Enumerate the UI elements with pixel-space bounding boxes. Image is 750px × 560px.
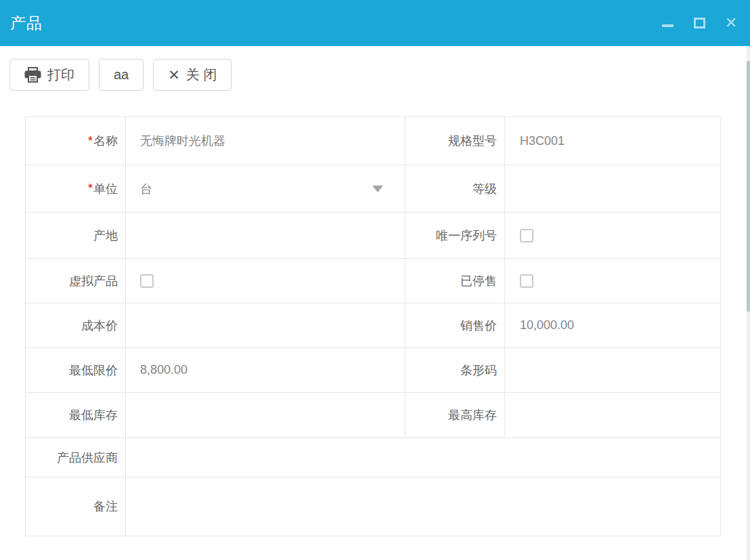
close-button-label: 关 闭 <box>186 66 217 84</box>
cost-price-input[interactable] <box>126 303 405 347</box>
toolbar: 打印 aa ✕ 关 闭 <box>9 59 231 91</box>
printer-icon <box>24 67 41 83</box>
close-window-button[interactable]: ✕ <box>724 16 738 30</box>
required-asterisk: * <box>88 134 93 148</box>
remark-textarea[interactable] <box>126 477 720 536</box>
form-row: * 单位 台 等级 <box>26 165 720 212</box>
supplier-input[interactable] <box>126 438 720 477</box>
unique-serial-checkbox[interactable] <box>520 229 533 242</box>
form-row: 成本价 销售价 10,000.00 <box>26 303 720 347</box>
field-label-sale-price: 销售价 <box>405 303 505 347</box>
form-row: 产品供应商 <box>26 437 720 477</box>
grade-input[interactable] <box>505 165 720 212</box>
dropdown-arrow-icon <box>372 186 383 192</box>
close-form-button[interactable]: ✕ 关 闭 <box>153 59 231 91</box>
field-label-cost-price: 成本价 <box>26 303 126 347</box>
field-label-discontinued: 已停售 <box>405 259 505 303</box>
form-row: 最低限价 8,800.00 条形码 <box>26 347 720 392</box>
field-label-min-price: 最低限价 <box>26 348 126 392</box>
min-stock-input[interactable] <box>126 393 405 437</box>
min-price-input[interactable]: 8,800.00 <box>126 348 405 392</box>
maximize-button[interactable] <box>692 16 706 30</box>
field-label-spec: 规格型号 <box>405 117 505 165</box>
discontinued-cell <box>505 259 720 303</box>
field-label-max-stock: 最高库存 <box>405 393 505 437</box>
max-stock-input[interactable] <box>505 393 720 437</box>
form-row: 虚拟产品 已停售 <box>26 258 720 303</box>
print-button-label: 打印 <box>47 66 74 84</box>
maximize-icon <box>694 18 705 28</box>
field-label-name: * 名称 <box>26 117 126 165</box>
minimize-button[interactable] <box>661 16 674 30</box>
window-controls: ✕ <box>661 0 738 46</box>
field-label-remark: 备注 <box>26 477 126 536</box>
form-row: 产地 唯一序列号 <box>26 212 720 258</box>
field-label-virtual-product: 虚拟产品 <box>26 259 126 303</box>
field-label-supplier: 产品供应商 <box>26 438 126 477</box>
discontinued-checkbox[interactable] <box>520 274 533 288</box>
form-row: 备注 <box>26 477 720 536</box>
name-input[interactable]: 无悔牌时光机器 <box>126 117 405 165</box>
field-label-barcode: 条形码 <box>405 348 505 392</box>
dialog-title: 产品 <box>0 13 43 34</box>
field-label-min-stock: 最低库存 <box>26 393 126 437</box>
form-row: 最低库存 最高库存 <box>26 392 720 437</box>
origin-input[interactable] <box>126 213 405 258</box>
sale-price-input[interactable]: 10,000.00 <box>505 303 720 347</box>
unit-select[interactable]: 台 <box>126 165 405 212</box>
dialog-titlebar[interactable]: 产品 ✕ <box>0 0 750 46</box>
print-button[interactable]: 打印 <box>9 59 89 91</box>
field-label-grade: 等级 <box>405 165 505 212</box>
vertical-scrollbar[interactable] <box>747 46 750 560</box>
field-label-unique-serial: 唯一序列号 <box>405 213 505 258</box>
aa-button-label: aa <box>114 67 129 83</box>
minimize-icon <box>662 24 674 27</box>
unit-select-value: 台 <box>140 181 152 197</box>
unique-serial-cell <box>505 213 720 258</box>
barcode-input[interactable] <box>505 348 720 392</box>
virtual-product-checkbox[interactable] <box>140 274 154 288</box>
virtual-product-cell <box>126 259 405 303</box>
aa-button[interactable]: aa <box>99 59 144 91</box>
x-icon: ✕ <box>168 68 180 82</box>
required-asterisk: * <box>88 181 93 196</box>
field-label-unit: * 单位 <box>26 165 126 212</box>
product-dialog: 产品 ✕ 打印 aa <box>0 0 750 560</box>
form-row: * 名称 无悔牌时光机器 规格型号 H3C001 <box>26 117 720 165</box>
scrollbar-thumb[interactable] <box>747 61 750 311</box>
spec-input[interactable]: H3C001 <box>505 117 720 165</box>
field-label-origin: 产地 <box>26 213 126 258</box>
product-form: * 名称 无悔牌时光机器 规格型号 H3C001 * 单位 台 等级 <box>25 116 721 536</box>
